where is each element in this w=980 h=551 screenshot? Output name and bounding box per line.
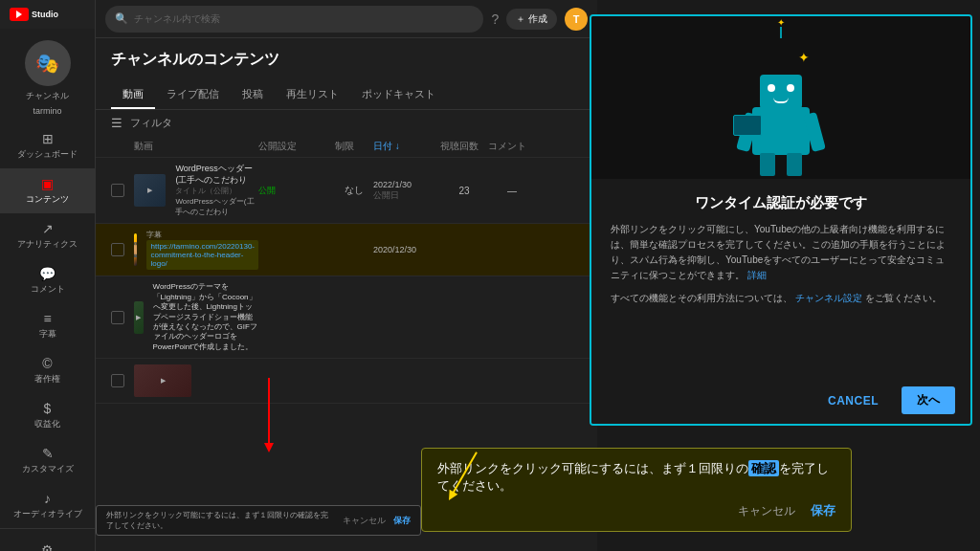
col-restrict: 制限: [335, 140, 373, 153]
yt-logo-icon: [10, 8, 29, 21]
robot-arm-right: [803, 112, 826, 152]
tab-podcasts[interactable]: ポッドキャスト: [350, 81, 447, 109]
channel-info: 🎭 チャンネル tarmino: [0, 29, 95, 123]
video-thumbnail: ▶: [134, 364, 191, 397]
dashboard-icon: ⊞: [42, 131, 54, 146]
video-link[interactable]: https://tarmino.com/20220130-commitment-…: [146, 240, 258, 270]
video-cell: 🎞️ 字幕 https://tarmino.com/20220130-commi…: [134, 230, 258, 270]
banner-cancel[interactable]: キャンセル: [343, 515, 386, 527]
contents-icon: ▣: [41, 176, 54, 191]
sidebar-item-customize[interactable]: ✎ カスタマイズ: [0, 438, 95, 483]
video-subtitle-label: 字幕: [146, 230, 258, 240]
pub-status: 公開: [258, 185, 335, 197]
restriction: なし: [335, 184, 373, 197]
auth-dialog: ✦ ワンタイム認証が必要です 外部リンクをクリック可能にし、YouTubeの他の…: [590, 14, 972, 426]
red-arrow: [268, 378, 270, 445]
dialog-illustration: ✦: [591, 16, 970, 179]
sidebar-item-comments[interactable]: 💬 コメント: [0, 258, 95, 303]
user-avatar[interactable]: T: [565, 8, 588, 31]
search-bar[interactable]: 🔍 チャンネル内で検索: [105, 6, 483, 33]
date-cell: 2022/1/30 公開日: [373, 180, 440, 202]
dialog-content: ワンタイム認証が必要です 外部リンクをクリック可能にし、YouTubeの他の上級…: [591, 179, 970, 377]
channel-settings-link[interactable]: チャンネル設定: [795, 293, 862, 303]
table-header: 動画 公開設定 制限 日付 ↓ 視聴回数 コメント: [96, 136, 597, 158]
video-edit-value: WordPressヘッダー(工手へのこだわり: [175, 196, 258, 217]
popup-save-button[interactable]: 保存: [811, 502, 835, 519]
col-date: 日付 ↓: [373, 140, 440, 153]
popup-cancel-button[interactable]: キャンセル: [738, 502, 795, 519]
col-views: 視聴回数: [440, 140, 488, 153]
audio-icon: ♪: [44, 491, 51, 506]
video-cell: ▶: [134, 364, 258, 397]
dialog-title: ワンタイム認証が必要です: [611, 194, 951, 212]
row-checkbox[interactable]: [111, 311, 124, 324]
row-checkbox[interactable]: [111, 374, 124, 387]
table-row[interactable]: ▶: [96, 359, 597, 404]
popup-highlight[interactable]: 確認: [748, 460, 779, 476]
robot-leg-right: [787, 153, 802, 176]
dialog-body1: 外部リンクをクリック可能にし、YouTubeの他の上級者向け機能を利用するには、…: [611, 222, 951, 283]
video-edit-label: タイトル（公開）: [175, 186, 258, 196]
video-cell: ▶ WordPressのテーマを「Lightning」から「Cocoon」へ変更…: [134, 282, 258, 352]
robot-figure: ✦: [733, 40, 829, 155]
monetization-icon: $: [44, 401, 52, 416]
popup-text: 外部リンクをクリック可能にするには、まず１回限りの確認を完了してください。: [437, 460, 835, 495]
robot-mouth: [773, 98, 789, 103]
search-placeholder: チャンネル内で検索: [134, 12, 220, 26]
banner-save[interactable]: 保存: [393, 515, 411, 527]
row-checkbox[interactable]: [111, 184, 124, 197]
robot-screen: [733, 115, 762, 136]
popup-actions: キャンセル 保存: [437, 502, 835, 519]
cancel-button[interactable]: CANCEL: [816, 388, 890, 413]
search-icon: 🔍: [115, 12, 128, 25]
help-icon: ?: [491, 11, 499, 27]
analytics-icon: ↗: [42, 221, 54, 236]
robot-leg-left: [760, 153, 775, 176]
channel-sub: tarmino: [33, 106, 61, 116]
video-title: WordPressのテーマを「Lightning」から「Cocoon」へ変更した…: [153, 282, 259, 352]
sidebar-item-label: ダッシュボード: [17, 149, 78, 161]
sidebar-item-subtitles[interactable]: ≡ 字幕: [0, 303, 95, 348]
sidebar-item-label: 著作権: [34, 374, 60, 386]
tab-playlists[interactable]: 再生リスト: [275, 81, 350, 109]
bottom-popup: 外部リンクをクリック可能にするには、まず１回限りの確認を完了してください。 キャ…: [421, 448, 852, 532]
next-button[interactable]: 次へ: [902, 386, 955, 414]
topbar-actions: ? ＋ 作成 T: [491, 8, 588, 31]
sidebar-item-dashboard[interactable]: ⊞ ダッシュボード: [0, 123, 95, 168]
sparkle-icon: ✦: [798, 50, 810, 65]
sidebar-bottom: ⚙ 設定: [0, 528, 95, 551]
sidebar-nav: ⊞ ダッシュボード ▣ コンテンツ ↗ アナリティクス 💬 コメント ≡ 字幕 …: [0, 123, 95, 528]
settings-icon: ⚙: [41, 542, 54, 551]
table-row[interactable]: 🎞️ 字幕 https://tarmino.com/20220130-commi…: [96, 224, 597, 276]
sidebar-item-label: コンテンツ: [26, 194, 69, 206]
tab-live[interactable]: ライブ配信: [155, 81, 231, 109]
col-video: 動画: [134, 140, 258, 153]
filter-icon: ☰: [111, 116, 122, 130]
dialog-footer: CANCEL 次へ: [591, 377, 970, 424]
sidebar-item-monetization[interactable]: $ 収益化: [0, 393, 95, 438]
row-checkbox[interactable]: [111, 243, 124, 256]
sidebar-item-analytics[interactable]: ↗ アナリティクス: [0, 213, 95, 258]
sidebar-item-settings[interactable]: ⚙ 設定: [0, 535, 95, 551]
avatar: 🎭: [25, 40, 71, 86]
video-info: WordPressヘッダー(工手へのこだわり タイトル（公開） WordPres…: [171, 164, 258, 217]
sidebar-item-audio[interactable]: ♪ オーディオライブ: [0, 483, 95, 528]
robot-body: [752, 107, 810, 155]
table-row[interactable]: ▶ WordPressヘッダー(工手へのこだわり タイトル（公開） WordPr…: [96, 158, 597, 224]
bottom-banner: 外部リンクをクリック可能にするには、まず１回限りの確認を完了してください。 キャ…: [96, 505, 421, 536]
table-row[interactable]: ▶ WordPressのテーマを「Lightning」から「Cocoon」へ変更…: [96, 276, 597, 359]
video-thumbnail: ▶: [134, 174, 166, 207]
sidebar-item-contents[interactable]: ▣ コンテンツ: [0, 168, 95, 213]
copyright-icon: ©: [42, 356, 52, 371]
detail-link[interactable]: 詳細: [747, 270, 767, 280]
tab-posts[interactable]: 投稿: [231, 81, 275, 109]
sidebar-item-copyright[interactable]: © 著作権: [0, 348, 95, 393]
banner-text: 外部リンクをクリック可能にするには、まず１回限りの確認を完了してください。: [106, 510, 335, 531]
customize-icon: ✎: [42, 446, 54, 461]
sidebar-item-label: 字幕: [39, 329, 56, 341]
tab-videos[interactable]: 動画: [111, 81, 155, 109]
create-button[interactable]: ＋ 作成: [506, 9, 557, 30]
robot-antenna: [780, 27, 782, 38]
video-info: WordPressのテーマを「Lightning」から「Cocoon」へ変更した…: [149, 282, 259, 352]
video-thumbnail: 🎞️: [134, 233, 137, 266]
